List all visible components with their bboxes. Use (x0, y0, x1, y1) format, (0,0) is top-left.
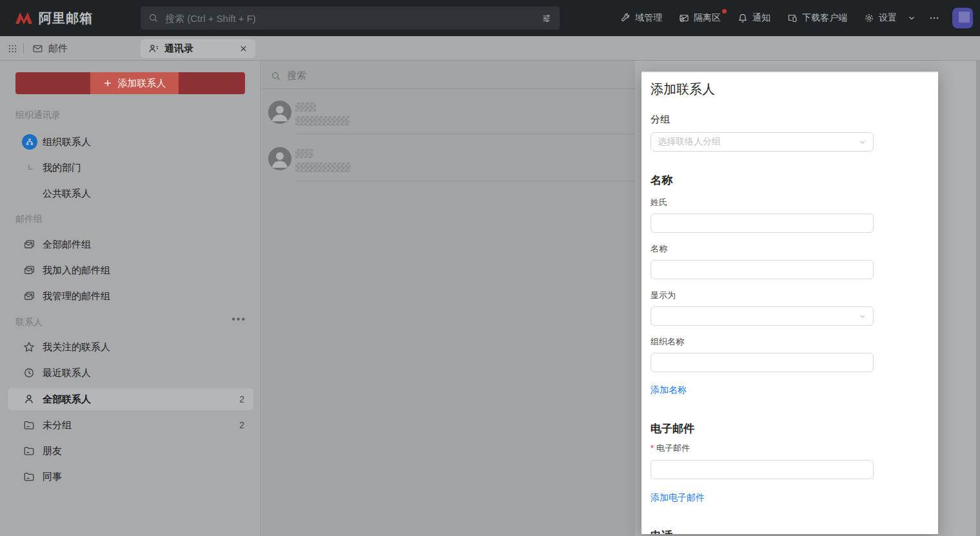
search-input[interactable] (165, 13, 541, 24)
chevron-down-icon (907, 14, 916, 23)
divider (295, 181, 635, 181)
sidebar: 添加联系人 组织通讯录 组织联系人 我的部门 (0, 61, 261, 536)
org-name-input[interactable] (651, 353, 874, 372)
sidebar-item-label: 全部联系人 (43, 393, 91, 406)
brand-name: 阿里邮箱 (39, 10, 93, 27)
sidebar-item-label: 我关注的联系人 (43, 341, 110, 353)
user-avatar[interactable] (952, 8, 973, 28)
global-search[interactable] (141, 6, 560, 30)
tab-mail[interactable]: 邮件 (32, 36, 68, 61)
star-icon (23, 341, 35, 353)
sidebar-item-label: 未分组 (43, 419, 72, 432)
tabbar: 邮件 通讯录 (0, 36, 980, 61)
nav-expand-chevron[interactable] (907, 14, 916, 23)
topnav: 域管理 隔离区 (603, 0, 973, 36)
quarantine-badge-dot (722, 9, 727, 14)
alimail-logo-icon (14, 10, 34, 26)
nav-notifications[interactable]: 通知 (738, 12, 770, 24)
nav-download-client-label: 下载客户端 (802, 12, 847, 24)
nav-more-menu[interactable] (929, 13, 939, 23)
add-email-link[interactable]: 添加电子邮件 (651, 492, 705, 504)
clock-icon (23, 367, 35, 379)
sidebar-item-friends[interactable]: 朋友 (0, 438, 261, 464)
first-name-label: 名称 (651, 243, 667, 255)
sidebar-item-my-department[interactable]: 我的部门 (0, 155, 261, 181)
nav-settings[interactable]: 设置 (864, 12, 897, 24)
tab-contacts-label: 通讯录 (164, 43, 234, 55)
group-select[interactable]: 选择联络人分组 (651, 132, 874, 152)
required-asterisk: * (651, 443, 654, 453)
first-name-input[interactable] (651, 260, 874, 279)
group-select-placeholder: 选择联络人分组 (658, 136, 858, 148)
sidebar-item-label: 朋友 (43, 445, 62, 457)
sidebar-item-label: 我加入的邮件组 (43, 264, 110, 277)
sidebar-item-org-contacts[interactable]: 组织联系人 (0, 129, 261, 155)
org-chart-icon (22, 134, 37, 150)
divider (262, 88, 635, 89)
divider (295, 134, 635, 134)
bell-icon (738, 13, 748, 23)
person-icon (23, 393, 35, 405)
redacted-contact-name (295, 103, 316, 112)
mail-group-icon (23, 264, 35, 277)
redacted-contact-name (295, 149, 313, 158)
folder-icon (23, 471, 35, 482)
display-as-select[interactable] (651, 306, 874, 326)
group-label: 分组 (651, 114, 670, 126)
contact-search-placeholder: 搜索 (287, 70, 306, 82)
nav-quarantine-label: 隔离区 (694, 12, 721, 24)
add-contact-dialog: 添加联系人 分组 选择联络人分组 名称 姓氏 名称 显示为 组织名称 (642, 72, 938, 534)
nav-domain-admin-label: 域管理 (635, 12, 662, 24)
tab-contacts[interactable]: 通讯录 (141, 39, 255, 58)
devices-icon (787, 13, 798, 23)
section-title-mailgroups: 邮件组 (15, 213, 43, 225)
add-contact-button[interactable]: 添加联系人 (15, 72, 245, 94)
contact-row[interactable] (262, 95, 635, 142)
gear-icon (864, 13, 874, 23)
email-section-header: 电子邮件 (651, 421, 694, 436)
sidebar-item-managed-mailgroups[interactable]: 我管理的邮件组 (0, 283, 261, 309)
item-count: 2 (239, 394, 244, 404)
ellipsis-icon (929, 13, 939, 23)
contacts-tab-icon (148, 43, 159, 54)
nav-quarantine[interactable]: 隔离区 (679, 12, 721, 24)
chevron-down-icon (858, 138, 867, 146)
sidebar-item-all-contacts[interactable]: 全部联系人 2 (8, 388, 253, 410)
contact-row[interactable] (262, 142, 635, 188)
display-as-label: 显示为 (651, 290, 676, 301)
redacted-contact-email (295, 163, 351, 172)
last-name-input[interactable] (651, 213, 874, 233)
topbar: 阿里邮箱 (0, 0, 980, 36)
contacts-section-more-icon[interactable]: ••• (231, 313, 246, 325)
nav-domain-admin[interactable]: 域管理 (620, 12, 662, 24)
contact-list-pane: 搜索 (262, 61, 635, 536)
sidebar-item-recent-contacts[interactable]: 最近联系人 (0, 360, 261, 386)
sidebar-item-colleagues[interactable]: 同事 (0, 464, 261, 490)
contact-list-search[interactable]: 搜索 (271, 70, 306, 82)
nav-settings-label: 设置 (879, 12, 897, 24)
add-name-link[interactable]: 添加名称 (651, 384, 687, 396)
sidebar-item-starred-contacts[interactable]: 我关注的联系人 (0, 334, 261, 360)
tab-mail-label: 邮件 (48, 43, 68, 55)
search-filter-icon[interactable] (541, 13, 552, 24)
sidebar-item-ungrouped[interactable]: 未分组 2 (0, 412, 261, 438)
close-tab-icon[interactable] (239, 45, 248, 53)
folder-icon (23, 445, 35, 457)
nav-download-client[interactable]: 下载客户端 (787, 12, 847, 24)
brand-logo[interactable]: 阿里邮箱 (14, 0, 93, 36)
sidebar-item-joined-mailgroups[interactable]: 我加入的邮件组 (0, 257, 261, 283)
dialog-title: 添加联系人 (651, 81, 715, 98)
phone-section-header: 电话 (651, 528, 672, 534)
sidebar-item-all-mailgroups[interactable]: 全部邮件组 (0, 232, 261, 257)
item-count: 2 (239, 420, 244, 430)
quarantine-mail-icon (679, 13, 689, 23)
scrollbar[interactable] (976, 61, 980, 536)
mail-group-icon (23, 290, 35, 303)
redacted-contact-email (295, 116, 349, 126)
sidebar-item-public-contacts[interactable]: 公共联系人 (0, 181, 261, 206)
app-grid-icon[interactable] (8, 44, 17, 54)
sidebar-item-label: 我管理的邮件组 (43, 290, 110, 303)
last-name-label: 姓氏 (651, 197, 667, 208)
chevron-down-icon (858, 312, 867, 321)
email-input[interactable] (651, 460, 874, 479)
